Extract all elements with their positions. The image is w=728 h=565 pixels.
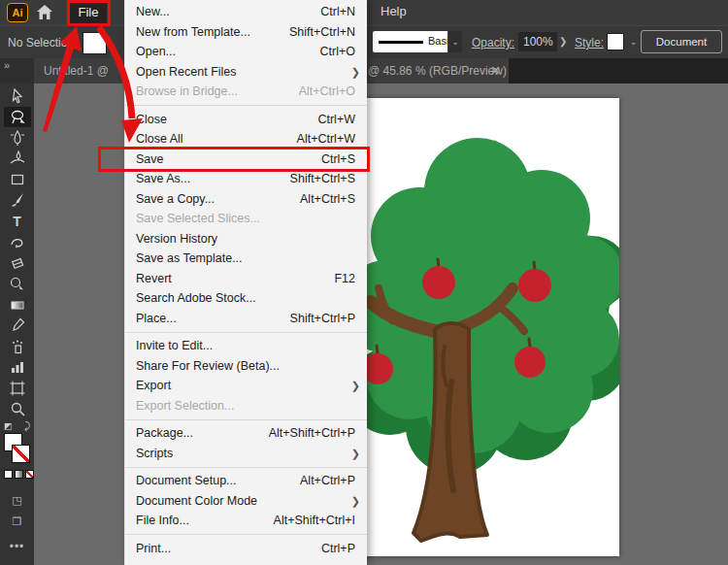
default-fill-stroke-icon[interactable]: ◩ (4, 421, 13, 431)
type-tool[interactable]: T (4, 211, 31, 232)
menu-item-scripts[interactable]: Scripts❯ (125, 444, 367, 464)
menu-item-open[interactable]: Open...Ctrl+O (125, 42, 367, 62)
symbol-sprayer-tool[interactable] (4, 336, 31, 357)
gradient-tool[interactable] (4, 294, 31, 316)
menu-item-share-for-review[interactable]: Share For Review (Beta)... (125, 356, 367, 377)
eyedropper-tool[interactable] (4, 316, 31, 337)
style-dropdown-chevron-icon[interactable]: ⌄ (626, 31, 641, 52)
fill-stroke-controls: ◩ ⤸ (0, 421, 34, 489)
pen-tool[interactable] (4, 127, 31, 149)
opacity-input[interactable]: 100% (518, 32, 557, 51)
lasso-tool[interactable] (4, 107, 31, 128)
apple-tree-illustration (359, 98, 619, 556)
menu-item-document-setup[interactable]: Document Setup...Alt+Ctrl+P (125, 471, 367, 491)
document-tab-title: Untitled-1 @ (44, 64, 109, 78)
artboard[interactable] (359, 98, 619, 556)
opacity-label[interactable]: Opacity: (472, 36, 514, 50)
style-swatch[interactable] (607, 33, 624, 50)
curvature-tool[interactable] (4, 149, 31, 170)
menu-item-export-selection: Export Selection... (125, 396, 367, 416)
menu-item-version-history[interactable]: Version History (125, 229, 367, 249)
file-menu-panel: New...Ctrl+N New from Template...Shift+C… (124, 0, 367, 565)
edit-toolbar-icon[interactable]: ••• (10, 540, 25, 553)
selection-status-label: No Selection (8, 36, 74, 50)
menu-item-close[interactable]: CloseCtrl+W (125, 110, 367, 130)
menu-item-print[interactable]: Print...Ctrl+P (125, 539, 367, 559)
none-button[interactable] (25, 470, 34, 479)
tools-panel: T ◩ ⤸ (0, 83, 34, 565)
menu-separator (125, 332, 367, 333)
menu-item-save[interactable]: SaveCtrl+S (125, 150, 367, 170)
shaper-tool[interactable] (4, 232, 31, 253)
stroke-style-dropdown[interactable]: Basic (373, 31, 447, 52)
submenu-chevron-icon: ❯ (351, 491, 360, 512)
menu-item-new[interactable]: New...Ctrl+N (125, 2, 367, 22)
menu-item-package[interactable]: Package...Alt+Shift+Ctrl+P (125, 423, 367, 444)
style-label[interactable]: Style: (575, 36, 604, 50)
menu-item-invite-to-edit[interactable]: Invite to Edit... (125, 336, 367, 356)
screen-mode-icon[interactable]: ❐ (13, 511, 22, 532)
menu-item-save-as-template[interactable]: Save as Template... (125, 249, 367, 269)
stroke-preview-line (379, 41, 423, 44)
tab-close-icon[interactable]: ✕ (490, 63, 501, 78)
file-menu-button[interactable]: File (70, 2, 107, 23)
artboard-tool[interactable] (4, 378, 31, 399)
color-button[interactable] (4, 470, 13, 479)
menu-item-document-color-mode[interactable]: Document Color Mode❯ (125, 491, 367, 512)
stroke-color-control[interactable] (12, 445, 30, 463)
menu-item-open-recent-files[interactable]: Open Recent Files❯ (125, 62, 367, 83)
color-mode-buttons (4, 470, 34, 479)
panel-header-strip: » (0, 58, 34, 83)
help-menu-button[interactable]: Help (381, 4, 407, 18)
home-icon[interactable] (36, 4, 53, 24)
stroke-dropdown-chevron-icon[interactable]: ⌄ (447, 31, 462, 52)
gradient-button[interactable] (15, 470, 23, 479)
panel-expand-icon[interactable]: » (4, 59, 11, 71)
document-tab-zoom-and-mode: @ 45.86 % (RGB/Preview) (368, 64, 507, 78)
menu-item-save-selected-slices: Save Selected Slices... (125, 209, 367, 229)
shape-builder-tool[interactable] (4, 274, 31, 295)
submenu-chevron-icon: ❯ (351, 376, 360, 396)
opacity-stepper-icon[interactable]: ❯ (559, 36, 567, 47)
menu-item-save-a-copy[interactable]: Save a Copy...Alt+Ctrl+S (125, 189, 367, 210)
submenu-chevron-icon: ❯ (351, 444, 360, 464)
draw-mode-icon[interactable]: ◳ (12, 489, 21, 511)
menu-item-place[interactable]: Place...Shift+Ctrl+P (125, 309, 367, 329)
rectangle-tool[interactable] (4, 169, 31, 190)
eraser-tool[interactable] (4, 252, 31, 274)
document-setup-button[interactable]: Document Setup (641, 30, 722, 53)
graph-tool[interactable] (4, 357, 31, 379)
swap-fill-stroke-icon[interactable]: ⤸ (24, 420, 30, 432)
menu-item-new-from-template[interactable]: New from Template...Shift+Ctrl+N (125, 22, 367, 43)
illustrator-window: Ai File Help No Selection Basic ⌄ Opacit… (0, 0, 728, 565)
menu-item-export[interactable]: Export❯ (125, 376, 367, 396)
illustrator-logo-icon[interactable]: Ai (7, 3, 28, 22)
zoom-tool[interactable] (4, 399, 31, 420)
menu-item-search-adobe-stock[interactable]: Search Adobe Stock... (125, 288, 367, 309)
menu-item-file-info[interactable]: File Info...Alt+Shift+Ctrl+I (125, 511, 367, 531)
menu-separator (125, 105, 367, 106)
menu-item-save-as[interactable]: Save As...Shift+Ctrl+S (125, 169, 367, 189)
fill-color-swatch[interactable] (83, 32, 107, 54)
menu-separator (125, 534, 367, 535)
menu-separator (125, 419, 367, 420)
menu-item-browse-in-bridge: Browse in Bridge...Alt+Ctrl+O (125, 82, 367, 102)
menu-item-close-all[interactable]: Close AllAlt+Ctrl+W (125, 129, 367, 150)
submenu-chevron-icon: ❯ (351, 62, 360, 83)
menu-separator (125, 467, 367, 468)
paintbrush-tool[interactable] (4, 190, 31, 212)
menu-item-revert[interactable]: RevertF12 (125, 269, 367, 289)
selection-tool[interactable] (4, 85, 31, 107)
